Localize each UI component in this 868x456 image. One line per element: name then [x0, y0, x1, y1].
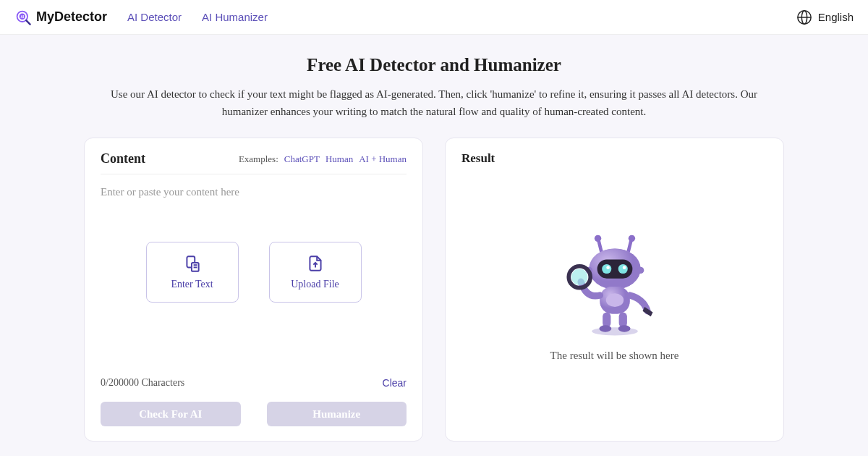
brand-logo[interactable]: AI MyDetector: [14, 9, 107, 26]
result-body: The result will be shown here: [461, 166, 767, 426]
clear-button[interactable]: Clear: [383, 377, 407, 389]
enter-text-option[interactable]: Enter Text: [146, 242, 239, 303]
svg-point-20: [618, 263, 627, 273]
char-counter: 0/200000 Characters: [101, 377, 184, 389]
example-ai-human[interactable]: AI + Human: [359, 153, 407, 165]
svg-line-12: [598, 240, 601, 251]
svg-point-11: [592, 327, 638, 335]
svg-point-19: [602, 263, 611, 273]
content-textarea[interactable]: Enter or paste your content here: [101, 186, 407, 198]
svg-point-15: [628, 235, 634, 241]
humanize-button[interactable]: Humanize: [267, 402, 407, 426]
examples-row: Examples: ChatGPT Human AI + Human: [239, 153, 407, 165]
svg-point-13: [594, 235, 600, 241]
example-chatgpt[interactable]: ChatGPT: [284, 153, 320, 165]
language-selector[interactable]: English: [796, 9, 854, 25]
action-buttons: Check For AI Humanize: [101, 402, 407, 426]
main-panels: Content Examples: ChatGPT Human AI + Hum…: [0, 120, 868, 442]
svg-point-32: [599, 325, 611, 332]
result-empty-message: The result will be shown here: [550, 350, 679, 362]
svg-line-3: [26, 20, 30, 24]
paste-icon: [183, 254, 202, 273]
globe-icon: [796, 9, 812, 25]
brand-name: MyDetector: [36, 9, 107, 25]
svg-point-33: [618, 325, 630, 332]
svg-point-22: [622, 266, 626, 269]
svg-point-21: [606, 266, 610, 269]
header: AI MyDetector AI Detector AI Humanizer E…: [0, 0, 868, 35]
content-card: Content Examples: ChatGPT Human AI + Hum…: [84, 138, 423, 442]
result-card: Result: [445, 138, 784, 442]
svg-point-24: [637, 266, 643, 273]
logo-icon: AI: [14, 9, 32, 26]
nav-ai-detector[interactable]: AI Detector: [127, 11, 182, 23]
upload-icon: [306, 254, 325, 273]
svg-point-29: [571, 269, 588, 285]
enter-text-label: Enter Text: [171, 279, 213, 290]
robot-icon: [561, 231, 669, 339]
check-for-ai-button[interactable]: Check For AI: [101, 402, 241, 426]
svg-rect-31: [618, 312, 626, 327]
content-footer: 0/200000 Characters Clear: [101, 377, 407, 389]
content-title: Content: [101, 151, 145, 166]
svg-point-27: [605, 293, 623, 307]
svg-line-14: [628, 240, 631, 251]
nav-ai-humanizer[interactable]: AI Humanizer: [202, 11, 268, 23]
examples-label: Examples:: [239, 153, 278, 165]
svg-rect-30: [603, 312, 610, 327]
page-title: Free AI Detector and Humanizer: [0, 55, 868, 75]
main-nav: AI Detector AI Humanizer: [127, 11, 268, 23]
svg-text:AI: AI: [20, 15, 24, 19]
content-card-header: Content Examples: ChatGPT Human AI + Hum…: [101, 151, 407, 174]
example-human[interactable]: Human: [326, 153, 353, 165]
upload-file-label: Upload File: [291, 279, 339, 290]
page-subtitle: Use our AI detector to check if your tex…: [94, 85, 774, 120]
input-options: Enter Text Upload File: [101, 242, 407, 303]
upload-file-option[interactable]: Upload File: [269, 242, 362, 303]
language-label: English: [818, 11, 854, 23]
result-title: Result: [461, 151, 767, 166]
